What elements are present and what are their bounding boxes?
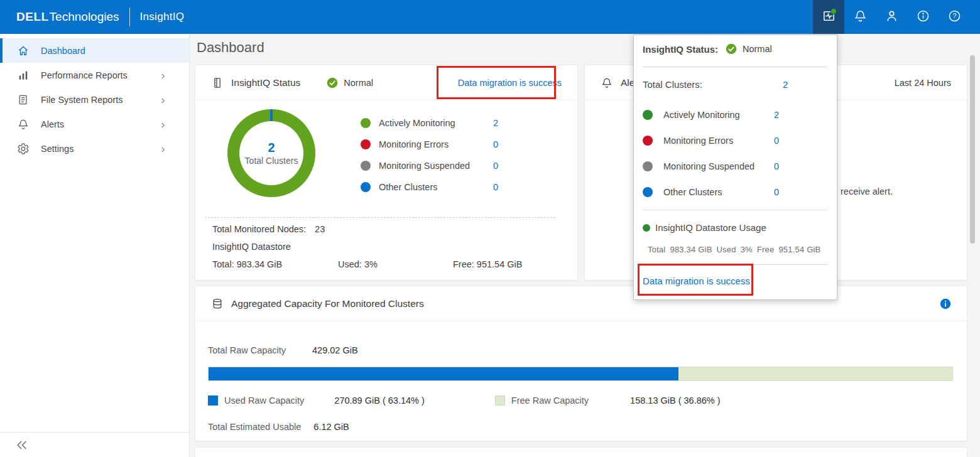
legend-row: Other Clusters 0: [643, 179, 825, 205]
info-filled-icon[interactable]: [940, 298, 951, 309]
user-button[interactable]: [876, 0, 907, 34]
popup-total-clusters-label: Total Clusters:: [643, 79, 702, 90]
legend-value[interactable]: 0: [774, 136, 779, 146]
next-card-sliver: [195, 447, 967, 457]
popup-status-row: InsightIQ Status: Normal: [643, 43, 772, 55]
brand-primary: DELL: [16, 10, 49, 24]
legend-value[interactable]: 0: [774, 161, 779, 171]
insightiq-status-popup: InsightIQ Status: Normal Total Clusters:…: [633, 35, 837, 300]
ds-used-value: 3%: [741, 245, 753, 254]
data-migration-link[interactable]: Data migration is success: [458, 78, 562, 88]
gray-dot-icon: [643, 161, 653, 171]
used-capacity-label: Used Raw Capacity: [224, 395, 304, 406]
database-icon: [211, 298, 224, 310]
legend-label: Actively Monitoring: [379, 118, 493, 128]
bar-chart-icon: [17, 69, 30, 82]
gray-dot-icon: [361, 161, 371, 171]
brand-secondary: Technologies: [50, 10, 119, 24]
green-dot-icon: [361, 118, 371, 128]
free-capacity-value: 158.13 GiB ( 36.86% ): [630, 395, 720, 406]
ds-free-label: Free: [757, 245, 775, 254]
info-icon: [916, 9, 930, 25]
help-button[interactable]: ?: [939, 0, 970, 34]
document-icon: [17, 94, 30, 106]
ds-free-value: 951.54 GiB: [778, 245, 820, 254]
dell-logo: DELLTechnologies: [16, 10, 119, 24]
legend-value[interactable]: 2: [774, 110, 779, 120]
status-card-title: InsightIQ Status: [231, 77, 300, 89]
blue-dot-icon: [643, 187, 653, 197]
sidebar-item-performance-reports[interactable]: Performance Reports: [0, 63, 189, 87]
svg-text:?: ?: [952, 12, 956, 19]
collapse-sidebar-button[interactable]: [15, 438, 29, 452]
sidebar-item-settings[interactable]: Settings: [0, 136, 189, 161]
donut-label: Total Clusters: [245, 156, 298, 166]
datastore-heading: InsightIQ Datastore: [212, 242, 291, 252]
info-button[interactable]: [907, 0, 939, 34]
sidebar-item-dashboard[interactable]: Dashboard: [0, 38, 189, 63]
used-capacity-swatch: [208, 395, 218, 406]
total-raw-label: Total Raw Capacity: [208, 345, 286, 355]
legend-row: Actively Monitoring 2: [361, 112, 562, 134]
legend-value[interactable]: 2: [493, 118, 498, 128]
datastore-free: Free: 951.54 GiB: [453, 259, 522, 269]
legend-row: Monitoring Suspended 0: [643, 153, 825, 179]
ds-used-label: Used: [717, 245, 736, 254]
blue-dot-icon: [361, 182, 371, 192]
donut-center: 2 Total Clusters: [227, 109, 315, 197]
insightiq-status-card: InsightIQ Status Normal Data migration i…: [195, 65, 578, 281]
legend-value[interactable]: 0: [493, 139, 498, 149]
legend-value[interactable]: 0: [493, 161, 498, 171]
vertical-scrollbar-thumb[interactable]: [970, 55, 975, 244]
aggregated-capacity-card: Aggregated Capacity For Monitored Cluste…: [195, 286, 967, 441]
sidebar-item-alerts[interactable]: Alerts: [0, 112, 189, 136]
bell-icon: [601, 77, 613, 89]
total-raw-capacity-row: Total Raw Capacity 429.02 GiB: [208, 345, 286, 355]
insightiq-status-button[interactable]: [813, 0, 844, 34]
free-capacity-label: Free Raw Capacity: [511, 395, 589, 406]
datastore-used: Used: 3%: [338, 259, 378, 269]
popup-divider: [643, 210, 827, 210]
green-dot-icon: [643, 224, 650, 232]
legend-label: Monitoring Suspended: [663, 161, 774, 171]
sidebar-nav: Dashboard Performance Reports File Syste…: [0, 34, 189, 161]
popup-cluster-legend: Actively Monitoring 2 Monitoring Errors …: [643, 102, 825, 205]
datastore-stats-row: Total: 983.34 GiB Used: 3% Free: 951.54 …: [212, 259, 564, 269]
red-dot-icon: [361, 139, 371, 149]
sidebar-item-label: Settings: [41, 144, 74, 154]
sidebar-item-label: Dashboard: [41, 46, 85, 56]
legend-value[interactable]: 0: [774, 187, 779, 197]
popup-total-clusters-value[interactable]: 2: [783, 79, 788, 90]
legend-value[interactable]: 0: [493, 182, 498, 192]
capacity-card-title: Aggregated Capacity For Monitored Cluste…: [231, 298, 424, 309]
brand-divider: [129, 8, 130, 26]
total-clusters-donut: 2 Total Clusters: [227, 109, 315, 197]
legend-row: Actively Monitoring 2: [643, 102, 825, 127]
red-dot-icon: [643, 136, 653, 146]
nodes-label: Total Monitored Nodes:: [212, 224, 306, 234]
total-monitored-nodes: Total Monitored Nodes:23: [212, 224, 325, 234]
capacity-card-header: Aggregated Capacity For Monitored Cluste…: [195, 286, 967, 321]
popup-datastore-row: InsightIQ Datastore Usage: [643, 222, 766, 233]
chevron-right-icon: [160, 121, 166, 127]
free-capacity-swatch: [495, 395, 505, 406]
status-value: Normal: [344, 78, 373, 88]
product-name: InsightIQ: [140, 11, 185, 23]
status-indicator-dot: [830, 8, 837, 14]
nodes-value: 23: [315, 224, 325, 234]
bell-icon: [17, 118, 30, 131]
gear-icon: [17, 142, 30, 155]
legend-label: Other Clusters: [663, 187, 774, 197]
chevron-right-icon: [160, 145, 166, 152]
popup-status-value: Normal: [743, 44, 772, 54]
ds-total-value: 983.34 GiB: [670, 245, 712, 254]
time-range-label: Last 24 Hours: [895, 78, 951, 88]
sidebar-item-label: Alerts: [41, 119, 64, 129]
notifications-button[interactable]: [844, 0, 876, 34]
legend-label: Monitoring Errors: [663, 136, 774, 146]
capacity-bar: [208, 367, 953, 381]
page-title: Dashboard: [197, 40, 264, 56]
sidebar-item-file-system-reports[interactable]: File System Reports: [0, 87, 189, 112]
data-migration-link[interactable]: Data migration is success: [643, 276, 750, 286]
legend-row: Other Clusters 0: [361, 176, 562, 198]
